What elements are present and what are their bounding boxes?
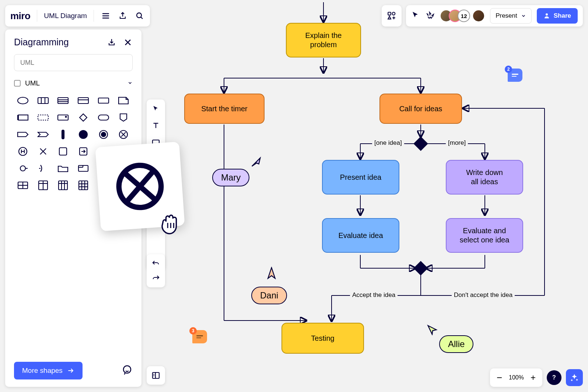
shape-connector[interactable] [15,162,30,174]
shape-split-h[interactable] [15,179,30,191]
ai-button[interactable] [566,369,583,386]
hidden-tool-icon[interactable] [151,239,161,249]
select-tool-icon[interactable] [151,104,161,113]
shape-table[interactable] [76,179,91,191]
shape-three-col[interactable] [36,95,50,106]
node-testing[interactable]: Testing [281,323,364,354]
zoom-level[interactable]: 100% [509,374,524,381]
svg-point-0 [137,13,141,18]
logo[interactable]: miro [10,10,30,22]
svg-rect-17 [58,115,68,120]
shape-note[interactable] [116,95,131,106]
avatar[interactable] [472,10,485,22]
shape-search-input[interactable] [14,54,133,71]
shape-rect[interactable] [96,95,111,106]
svg-rect-13 [98,98,109,103]
collab-box: 12 Present Share [406,5,583,27]
shape-filled-circle[interactable] [76,129,91,140]
cursor-label-mary: Mary [212,169,249,186]
edge-label-one-idea: [one idea] [372,139,404,147]
shape-bar[interactable] [56,129,70,140]
svg-point-3 [546,13,548,15]
undo-icon[interactable] [152,259,160,267]
shape-rows[interactable] [56,95,70,106]
close-icon[interactable] [123,38,133,47]
svg-point-58 [123,366,131,373]
node-evaluate-idea[interactable]: Evaluate idea [322,218,399,253]
comment-count-badge: 2 [505,66,512,73]
shape-dashed-rect[interactable] [36,112,50,123]
comment-bubble[interactable]: 2 [508,69,522,82]
shape-tag[interactable] [15,129,30,140]
shape-header[interactable] [76,95,91,106]
category-label: UML [25,79,40,87]
shape-circle-h[interactable] [15,146,30,157]
svg-rect-11 [78,98,88,104]
panel-toggle-button[interactable] [147,366,165,385]
shape-diamond[interactable] [76,112,91,123]
shape-grid-3[interactable] [56,179,70,191]
svg-rect-19 [80,114,87,121]
node-call-ideas[interactable]: Call for ideas [379,94,462,124]
svg-point-18 [66,116,67,118]
zoom-out-button[interactable]: − [497,372,502,384]
checkbox-icon[interactable] [14,80,21,87]
shape-rounded[interactable] [96,112,111,123]
reactions-icon[interactable] [425,10,435,21]
undo-redo-toolbar [147,254,165,287]
cursor-arrow-mary [251,157,262,169]
svg-rect-20 [98,115,109,120]
shape-square[interactable] [56,146,70,157]
redo-icon[interactable] [152,274,160,282]
top-right-controls: 12 Present Share [382,5,583,27]
menu-icon[interactable] [101,11,111,21]
shape-arc[interactable] [36,162,50,174]
shape-x[interactable] [36,146,50,157]
feedback-icon[interactable] [122,364,133,377]
avatar-count[interactable]: 12 [458,10,470,22]
node-start-timer[interactable]: Start the timer [184,94,265,124]
divider [94,10,94,22]
import-icon[interactable] [107,38,116,47]
shape-ellipse[interactable] [15,95,30,106]
shape-window[interactable] [76,162,91,174]
node-write-down[interactable]: Write down all ideas [446,160,523,195]
decision-diamond[interactable] [413,136,428,151]
edge-label-accept: Accept the idea [350,291,398,299]
more-shapes-button[interactable]: More shapes [14,362,83,379]
chevron-down-icon[interactable] [127,79,133,87]
present-button[interactable]: Present [490,8,532,24]
node-evaluate-select[interactable]: Evaluate and select one idea [446,218,523,253]
cursor-mode-icon[interactable] [411,11,420,21]
svg-rect-53 [79,181,88,190]
comment-bubble[interactable]: 3 [192,330,207,343]
svg-rect-8 [58,98,68,104]
shape-circle-x[interactable] [116,129,131,140]
shape-folder[interactable] [56,162,70,174]
shape-bracket-rect[interactable] [15,112,30,123]
shape-rect-dot[interactable] [56,112,70,123]
search-icon[interactable] [134,11,145,21]
export-icon[interactable] [118,11,128,21]
merge-diamond[interactable] [413,261,428,276]
zoom-in-button[interactable]: + [531,372,536,383]
svg-point-33 [20,166,25,171]
shape-square-arrow[interactable] [76,146,91,157]
svg-rect-21 [62,130,64,139]
category-row[interactable]: UML [5,71,141,91]
shape-shield[interactable] [116,112,131,123]
cursor-arrow-allie [427,324,438,337]
cursor-label-allie: Allie [439,335,473,353]
board-title[interactable]: UML Diagram [44,12,87,20]
svg-point-2 [392,12,395,15]
apps-box[interactable] [382,5,402,27]
node-present-idea[interactable]: Present idea [322,160,399,195]
text-tool-icon[interactable] [151,121,161,130]
share-button[interactable]: Share [537,8,578,24]
shape-ring-dot[interactable] [96,129,111,140]
help-button[interactable]: ? [547,370,561,385]
shape-grid-2x2[interactable] [36,179,50,191]
shape-signal[interactable] [36,129,50,140]
node-explain[interactable]: Explain the problem [286,23,361,57]
divider [37,10,37,22]
